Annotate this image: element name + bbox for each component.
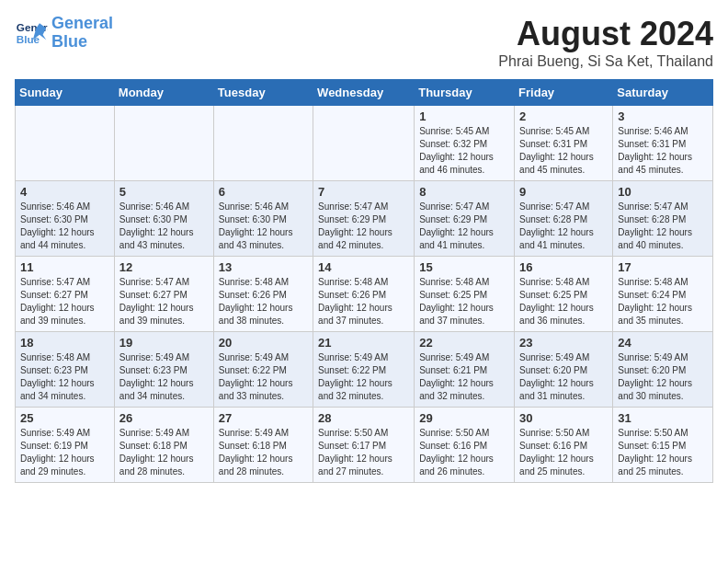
calendar-cell: 21Sunrise: 5:49 AM Sunset: 6:22 PM Dayli… xyxy=(313,332,415,408)
calendar-cell: 11Sunrise: 5:47 AM Sunset: 6:27 PM Dayli… xyxy=(16,257,115,332)
calendar-cell: 15Sunrise: 5:48 AM Sunset: 6:25 PM Dayli… xyxy=(415,257,515,332)
calendar-cell: 18Sunrise: 5:48 AM Sunset: 6:23 PM Dayli… xyxy=(16,332,115,408)
calendar-cell: 9Sunrise: 5:47 AM Sunset: 6:28 PM Daylig… xyxy=(515,181,613,257)
day-info: Sunrise: 5:48 AM Sunset: 6:26 PM Dayligh… xyxy=(219,276,308,327)
day-number: 9 xyxy=(519,185,608,199)
calendar-cell xyxy=(313,106,415,181)
day-number: 12 xyxy=(119,260,209,274)
day-info: Sunrise: 5:49 AM Sunset: 6:19 PM Dayligh… xyxy=(20,427,109,478)
day-header-thursday: Thursday xyxy=(415,80,515,106)
day-info: Sunrise: 5:47 AM Sunset: 6:27 PM Dayligh… xyxy=(119,276,209,327)
day-info: Sunrise: 5:49 AM Sunset: 6:18 PM Dayligh… xyxy=(219,427,308,478)
day-number: 15 xyxy=(419,260,509,274)
day-number: 24 xyxy=(618,336,708,350)
day-info: Sunrise: 5:47 AM Sunset: 6:28 PM Dayligh… xyxy=(618,201,708,252)
calendar-cell: 30Sunrise: 5:50 AM Sunset: 6:16 PM Dayli… xyxy=(515,408,613,483)
day-info: Sunrise: 5:47 AM Sunset: 6:28 PM Dayligh… xyxy=(519,201,608,252)
day-number: 1 xyxy=(419,109,509,123)
day-number: 21 xyxy=(318,336,409,350)
day-info: Sunrise: 5:45 AM Sunset: 6:31 PM Dayligh… xyxy=(519,125,608,177)
week-row-1: 1Sunrise: 5:45 AM Sunset: 6:32 PM Daylig… xyxy=(16,106,713,181)
day-info: Sunrise: 5:48 AM Sunset: 6:23 PM Dayligh… xyxy=(20,351,109,403)
day-number: 19 xyxy=(119,336,209,350)
calendar-cell: 7Sunrise: 5:47 AM Sunset: 6:29 PM Daylig… xyxy=(313,181,415,257)
day-number: 5 xyxy=(119,185,209,199)
calendar-cell xyxy=(213,106,313,181)
logo: General Blue General Blue xyxy=(15,15,113,52)
day-number: 17 xyxy=(618,260,708,274)
day-info: Sunrise: 5:45 AM Sunset: 6:32 PM Dayligh… xyxy=(419,125,509,177)
calendar-cell: 17Sunrise: 5:48 AM Sunset: 6:24 PM Dayli… xyxy=(613,257,713,332)
calendar-cell: 10Sunrise: 5:47 AM Sunset: 6:28 PM Dayli… xyxy=(613,181,713,257)
day-info: Sunrise: 5:49 AM Sunset: 6:20 PM Dayligh… xyxy=(618,351,708,403)
day-info: Sunrise: 5:46 AM Sunset: 6:30 PM Dayligh… xyxy=(219,201,308,252)
calendar-cell: 6Sunrise: 5:46 AM Sunset: 6:30 PM Daylig… xyxy=(213,181,313,257)
day-number: 30 xyxy=(519,411,608,425)
main-title: August 2024 xyxy=(498,15,713,53)
day-number: 6 xyxy=(219,185,308,199)
day-number: 31 xyxy=(618,411,708,425)
day-number: 29 xyxy=(419,411,509,425)
day-number: 27 xyxy=(219,411,308,425)
week-row-5: 25Sunrise: 5:49 AM Sunset: 6:19 PM Dayli… xyxy=(16,408,713,483)
day-info: Sunrise: 5:48 AM Sunset: 6:25 PM Dayligh… xyxy=(519,276,608,327)
calendar-cell: 19Sunrise: 5:49 AM Sunset: 6:23 PM Dayli… xyxy=(114,332,213,408)
day-info: Sunrise: 5:46 AM Sunset: 6:31 PM Dayligh… xyxy=(618,125,708,177)
subtitle: Phrai Bueng, Si Sa Ket, Thailand xyxy=(498,53,713,70)
logo-icon: General Blue xyxy=(15,17,48,50)
calendar-cell: 25Sunrise: 5:49 AM Sunset: 6:19 PM Dayli… xyxy=(16,408,115,483)
calendar-cell: 8Sunrise: 5:47 AM Sunset: 6:29 PM Daylig… xyxy=(415,181,515,257)
day-header-saturday: Saturday xyxy=(613,80,713,106)
calendar-cell: 22Sunrise: 5:49 AM Sunset: 6:21 PM Dayli… xyxy=(415,332,515,408)
calendar-cell: 1Sunrise: 5:45 AM Sunset: 6:32 PM Daylig… xyxy=(415,106,515,181)
day-info: Sunrise: 5:50 AM Sunset: 6:15 PM Dayligh… xyxy=(618,427,708,478)
day-info: Sunrise: 5:46 AM Sunset: 6:30 PM Dayligh… xyxy=(119,201,209,252)
day-number: 7 xyxy=(318,185,409,199)
day-info: Sunrise: 5:48 AM Sunset: 6:24 PM Dayligh… xyxy=(618,276,708,327)
day-number: 25 xyxy=(20,411,109,425)
calendar-cell: 26Sunrise: 5:49 AM Sunset: 6:18 PM Dayli… xyxy=(114,408,213,483)
day-number: 11 xyxy=(20,260,109,274)
calendar-cell: 3Sunrise: 5:46 AM Sunset: 6:31 PM Daylig… xyxy=(613,106,713,181)
day-number: 22 xyxy=(419,336,509,350)
day-info: Sunrise: 5:48 AM Sunset: 6:26 PM Dayligh… xyxy=(318,276,409,327)
calendar-cell: 14Sunrise: 5:48 AM Sunset: 6:26 PM Dayli… xyxy=(313,257,415,332)
day-number: 23 xyxy=(519,336,608,350)
day-info: Sunrise: 5:49 AM Sunset: 6:22 PM Dayligh… xyxy=(318,351,409,403)
day-number: 20 xyxy=(219,336,308,350)
day-number: 18 xyxy=(20,336,109,350)
calendar-cell: 29Sunrise: 5:50 AM Sunset: 6:16 PM Dayli… xyxy=(415,408,515,483)
day-info: Sunrise: 5:49 AM Sunset: 6:22 PM Dayligh… xyxy=(219,351,308,403)
day-info: Sunrise: 5:47 AM Sunset: 6:27 PM Dayligh… xyxy=(20,276,109,327)
day-info: Sunrise: 5:48 AM Sunset: 6:25 PM Dayligh… xyxy=(419,276,509,327)
days-header-row: SundayMondayTuesdayWednesdayThursdayFrid… xyxy=(16,80,713,106)
calendar-cell xyxy=(16,106,115,181)
day-info: Sunrise: 5:50 AM Sunset: 6:16 PM Dayligh… xyxy=(519,427,608,478)
calendar-cell: 16Sunrise: 5:48 AM Sunset: 6:25 PM Dayli… xyxy=(515,257,613,332)
day-number: 3 xyxy=(618,109,708,123)
week-row-4: 18Sunrise: 5:48 AM Sunset: 6:23 PM Dayli… xyxy=(16,332,713,408)
day-info: Sunrise: 5:50 AM Sunset: 6:17 PM Dayligh… xyxy=(318,427,409,478)
calendar-cell: 2Sunrise: 5:45 AM Sunset: 6:31 PM Daylig… xyxy=(515,106,613,181)
day-number: 13 xyxy=(219,260,308,274)
day-number: 10 xyxy=(618,185,708,199)
day-info: Sunrise: 5:50 AM Sunset: 6:16 PM Dayligh… xyxy=(419,427,509,478)
day-info: Sunrise: 5:46 AM Sunset: 6:30 PM Dayligh… xyxy=(20,201,109,252)
page-header: General Blue General Blue August 2024 Ph… xyxy=(15,15,713,70)
day-info: Sunrise: 5:49 AM Sunset: 6:20 PM Dayligh… xyxy=(519,351,608,403)
calendar-cell: 28Sunrise: 5:50 AM Sunset: 6:17 PM Dayli… xyxy=(313,408,415,483)
calendar-cell: 23Sunrise: 5:49 AM Sunset: 6:20 PM Dayli… xyxy=(515,332,613,408)
day-info: Sunrise: 5:49 AM Sunset: 6:21 PM Dayligh… xyxy=(419,351,509,403)
day-number: 16 xyxy=(519,260,608,274)
logo-text: General Blue xyxy=(51,15,113,52)
calendar-cell: 27Sunrise: 5:49 AM Sunset: 6:18 PM Dayli… xyxy=(213,408,313,483)
calendar-cell: 24Sunrise: 5:49 AM Sunset: 6:20 PM Dayli… xyxy=(613,332,713,408)
calendar-cell xyxy=(114,106,213,181)
day-info: Sunrise: 5:49 AM Sunset: 6:23 PM Dayligh… xyxy=(119,351,209,403)
day-number: 8 xyxy=(419,185,509,199)
day-number: 2 xyxy=(519,109,608,123)
title-block: August 2024 Phrai Bueng, Si Sa Ket, Thai… xyxy=(498,15,713,70)
week-row-3: 11Sunrise: 5:47 AM Sunset: 6:27 PM Dayli… xyxy=(16,257,713,332)
calendar-cell: 20Sunrise: 5:49 AM Sunset: 6:22 PM Dayli… xyxy=(213,332,313,408)
day-number: 28 xyxy=(318,411,409,425)
